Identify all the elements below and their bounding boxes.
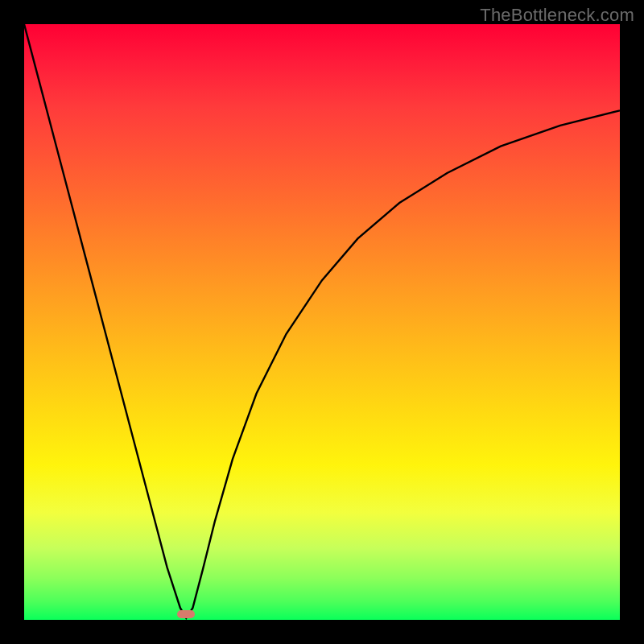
chart-frame: TheBottleneck.com [0, 0, 644, 644]
minimum-marker [177, 610, 195, 618]
curve-path [24, 24, 620, 618]
watermark-text: TheBottleneck.com [480, 5, 634, 26]
plot-area [24, 24, 620, 620]
bottleneck-curve [24, 24, 620, 620]
